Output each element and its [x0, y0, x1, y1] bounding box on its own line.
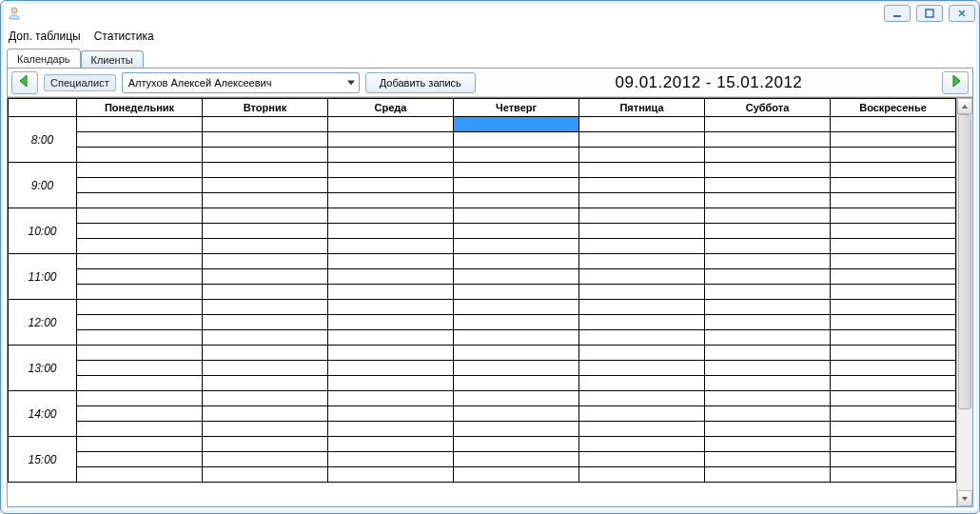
schedule-cell[interactable]	[203, 178, 328, 193]
schedule-cell[interactable]	[328, 467, 454, 483]
schedule-cell[interactable]	[831, 117, 956, 132]
schedule-cell[interactable]	[454, 315, 579, 330]
schedule-cell[interactable]	[328, 239, 454, 254]
schedule-cell[interactable]	[831, 437, 956, 452]
schedule-cell[interactable]	[328, 330, 454, 346]
schedule-cell[interactable]	[579, 254, 705, 269]
schedule-cell[interactable]	[203, 437, 328, 452]
schedule-cell[interactable]	[579, 132, 705, 148]
schedule-cell[interactable]	[454, 361, 579, 376]
schedule-cell[interactable]	[328, 361, 454, 376]
schedule-cell[interactable]	[705, 285, 831, 300]
schedule-cell[interactable]	[705, 178, 831, 193]
schedule-cell[interactable]	[705, 315, 831, 330]
schedule-cell[interactable]	[831, 300, 956, 315]
schedule-cell[interactable]	[454, 208, 579, 224]
schedule-cell[interactable]	[454, 239, 579, 254]
schedule-cell[interactable]	[328, 300, 454, 315]
next-week-button[interactable]	[942, 71, 969, 94]
schedule-cell[interactable]	[77, 269, 203, 285]
schedule-cell[interactable]	[77, 467, 203, 483]
schedule-cell[interactable]	[77, 224, 203, 239]
schedule-cell[interactable]	[454, 178, 579, 193]
schedule-cell[interactable]	[203, 406, 328, 422]
schedule-cell[interactable]	[328, 193, 454, 208]
schedule-cell[interactable]	[579, 422, 705, 437]
schedule-cell[interactable]	[77, 178, 203, 193]
schedule-cell[interactable]	[328, 254, 454, 269]
schedule-cell[interactable]	[454, 300, 579, 315]
schedule-cell[interactable]	[454, 467, 579, 483]
schedule-cell[interactable]	[705, 406, 831, 422]
prev-week-button[interactable]	[11, 71, 38, 94]
schedule-cell[interactable]	[705, 254, 831, 269]
schedule-cell[interactable]	[203, 193, 328, 208]
schedule-cell[interactable]	[77, 239, 203, 254]
scroll-down-button[interactable]	[957, 490, 972, 506]
schedule-cell[interactable]	[454, 452, 579, 467]
schedule-cell[interactable]	[579, 361, 705, 376]
schedule-cell[interactable]	[203, 224, 328, 239]
schedule-cell[interactable]	[77, 330, 203, 346]
vertical-scrollbar[interactable]	[956, 98, 972, 506]
scroll-track[interactable]	[957, 114, 972, 490]
schedule-cell[interactable]	[328, 422, 454, 437]
schedule-cell[interactable]	[831, 132, 956, 148]
schedule-cell[interactable]	[831, 346, 956, 361]
schedule-cell[interactable]	[831, 193, 956, 208]
schedule-cell[interactable]	[328, 117, 454, 132]
schedule-cell[interactable]	[454, 330, 579, 346]
schedule-cell[interactable]	[203, 467, 328, 483]
schedule-cell[interactable]	[705, 117, 831, 132]
schedule-cell[interactable]	[579, 269, 705, 285]
tab-clients[interactable]: Клиенты	[81, 50, 144, 68]
schedule-cell[interactable]	[203, 452, 328, 467]
schedule-cell[interactable]	[454, 285, 579, 300]
schedule-cell[interactable]	[705, 269, 831, 285]
schedule-cell[interactable]	[328, 376, 454, 391]
schedule-cell[interactable]	[454, 346, 579, 361]
schedule-cell[interactable]	[77, 452, 203, 467]
schedule-cell[interactable]	[454, 422, 579, 437]
schedule-cell[interactable]	[579, 376, 705, 391]
schedule-cell[interactable]	[203, 208, 328, 224]
schedule-cell[interactable]	[454, 132, 579, 148]
schedule-cell[interactable]	[579, 208, 705, 224]
schedule-cell[interactable]	[77, 208, 203, 224]
schedule-cell[interactable]	[831, 178, 956, 193]
schedule-cell[interactable]	[77, 117, 203, 132]
schedule-cell[interactable]	[831, 148, 956, 163]
schedule-cell[interactable]	[203, 132, 328, 148]
schedule-cell[interactable]	[454, 437, 579, 452]
schedule-cell[interactable]	[579, 163, 705, 178]
menu-extra-tables[interactable]: Доп. таблицы	[9, 30, 81, 43]
schedule-cell[interactable]	[454, 148, 579, 163]
schedule-cell[interactable]	[203, 163, 328, 178]
schedule-cell[interactable]	[328, 163, 454, 178]
schedule-cell[interactable]	[705, 163, 831, 178]
schedule-cell[interactable]	[831, 406, 956, 422]
schedule-cell[interactable]	[705, 422, 831, 437]
schedule-cell[interactable]	[831, 376, 956, 391]
schedule-cell[interactable]	[77, 422, 203, 437]
schedule-cell[interactable]	[203, 391, 328, 406]
schedule-cell[interactable]	[328, 452, 454, 467]
schedule-cell[interactable]	[77, 193, 203, 208]
schedule-cell[interactable]	[579, 224, 705, 239]
schedule-cell[interactable]	[203, 361, 328, 376]
schedule-cell[interactable]	[579, 452, 705, 467]
schedule-cell[interactable]	[203, 239, 328, 254]
add-record-button[interactable]: Добавить запись	[365, 72, 476, 93]
schedule-cell[interactable]	[77, 300, 203, 315]
schedule-cell[interactable]	[203, 346, 328, 361]
schedule-cell[interactable]	[831, 391, 956, 406]
schedule-cell[interactable]	[328, 285, 454, 300]
schedule-cell[interactable]	[831, 285, 956, 300]
schedule-cell[interactable]	[454, 254, 579, 269]
close-button[interactable]	[949, 5, 975, 22]
schedule-cell[interactable]	[579, 406, 705, 422]
scroll-thumb[interactable]	[958, 114, 971, 409]
schedule-cell[interactable]	[831, 315, 956, 330]
schedule-cell[interactable]	[328, 437, 454, 452]
schedule-cell[interactable]	[579, 300, 705, 315]
